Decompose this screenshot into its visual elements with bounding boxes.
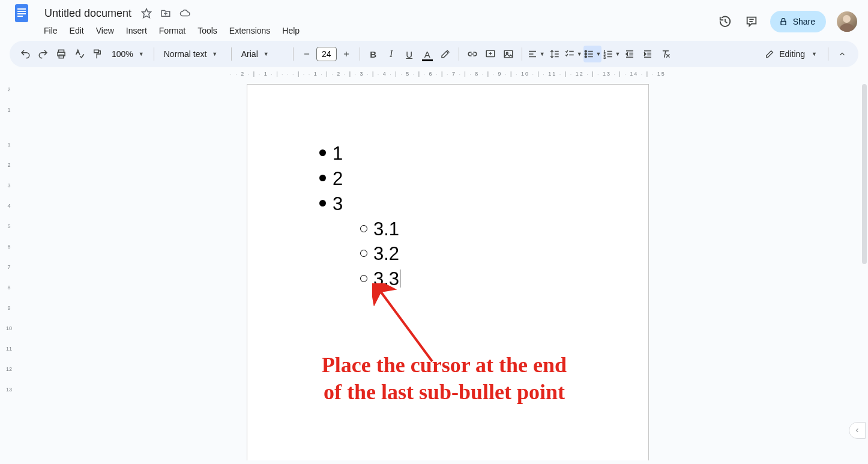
svg-rect-19 [504,50,513,58]
chevron-down-icon: ▼ [596,51,601,57]
history-icon[interactable] [717,14,733,29]
bulleted-list-button[interactable]: ▼ [583,46,601,62]
cloud-status-icon[interactable] [178,7,191,20]
editing-mode-button[interactable]: Editing ▼ [759,44,823,64]
add-comment-button[interactable] [482,46,499,62]
list-item[interactable]: 1 [319,141,592,166]
menu-tools[interactable]: Tools [192,23,223,38]
separator [828,47,828,61]
menu-edit[interactable]: Edit [64,23,89,38]
scrollbar[interactable] [862,84,867,264]
spellcheck-button[interactable] [71,46,88,62]
print-button[interactable] [53,46,70,62]
separator [360,47,360,61]
document-content[interactable]: 1 2 3 3.1 3.2 3.3 [304,141,592,292]
share-button[interactable]: Share [770,11,826,32]
show-side-panel-button[interactable] [849,422,866,439]
vertical-ruler: 2112345678910111213 [0,84,14,460]
font-value: Arial [241,49,258,59]
chevron-down-icon: ▼ [139,51,144,57]
font-select[interactable]: Arial▼ [237,46,288,62]
italic-button[interactable]: I [383,46,400,62]
redo-button[interactable] [35,46,52,62]
toolbar: 100%▼ Normal text▼ Arial▼ 24 B I U A ▼ ▼… [10,41,858,67]
line-spacing-button[interactable] [546,46,563,62]
increase-indent-button[interactable] [639,46,656,62]
numbered-list-button[interactable]: 123▼ [603,46,621,62]
zoom-value: 100% [112,49,133,59]
canvas[interactable]: 1 2 3 3.1 3.2 3.3 [34,82,862,460]
highlight-button[interactable] [437,46,454,62]
list-item-text: 3.3 [373,268,399,289]
decrease-font-button[interactable] [298,46,315,62]
comments-icon[interactable] [744,14,759,29]
docs-logo[interactable] [10,1,34,25]
menu-view[interactable]: View [91,23,119,38]
text-cursor [400,270,400,288]
svg-marker-5 [142,9,151,18]
checklist-button[interactable]: ▼ [564,46,582,62]
chevron-down-icon: ▼ [812,51,817,57]
svg-rect-8 [781,21,786,25]
account-avatar[interactable] [837,11,857,32]
insert-link-button[interactable] [464,46,481,62]
separator [522,47,522,61]
underline-button[interactable]: U [401,46,418,62]
page[interactable]: 1 2 3 3.1 3.2 3.3 [247,84,649,460]
share-label: Share [793,17,815,26]
paint-format-button[interactable] [89,46,106,62]
undo-button[interactable] [17,46,34,62]
star-icon[interactable] [140,7,153,20]
svg-rect-1 [17,8,26,10]
insert-image-button[interactable] [500,46,517,62]
svg-point-29 [585,50,586,52]
clear-formatting-button[interactable] [657,46,674,62]
list-item[interactable]: 3 3.1 3.2 3.3 [319,191,592,292]
align-button[interactable]: ▼ [527,46,545,62]
separator [231,47,232,61]
menu-help[interactable]: Help [277,23,305,38]
chevron-down-icon: ▼ [264,51,269,57]
list-item[interactable]: 3.1 [360,217,592,242]
list-item[interactable]: 2 [319,166,592,191]
decrease-indent-button[interactable] [621,46,638,62]
text-color-button[interactable]: A [419,46,436,62]
chevron-down-icon: ▼ [615,51,621,57]
svg-point-30 [585,53,586,55]
chevron-down-icon: ▼ [577,51,582,57]
list-item[interactable]: 3.3 [360,267,592,292]
collapse-toolbar-button[interactable] [833,45,851,63]
list-item-text: 3 [333,193,343,214]
menu-insert[interactable]: Insert [121,23,152,38]
svg-rect-4 [17,16,23,17]
font-size-input[interactable]: 24 [316,47,337,61]
svg-text:3: 3 [603,56,606,59]
increase-font-button[interactable] [338,46,355,62]
pencil-icon [765,49,774,59]
chevron-down-icon: ▼ [540,51,545,57]
bold-button[interactable]: B [365,46,382,62]
menu-file[interactable]: File [38,23,63,38]
separator [459,47,459,61]
separator [293,47,294,61]
svg-rect-2 [17,11,26,12]
menu-extensions[interactable]: Extensions [224,23,276,38]
style-value: Normal text [164,49,207,59]
menu-format[interactable]: Format [154,23,191,38]
svg-point-31 [585,56,586,58]
zoom-select[interactable]: 100%▼ [107,46,149,62]
style-select[interactable]: Normal text▼ [159,46,226,62]
list-item[interactable]: 3.2 [360,241,592,267]
document-title[interactable]: Untitled document [41,6,135,21]
svg-rect-12 [94,50,99,53]
move-icon[interactable] [159,7,172,20]
svg-rect-3 [17,13,26,14]
toolbar-wrap: 100%▼ Normal text▼ Arial▼ 24 B I U A ▼ ▼… [0,41,868,71]
horizontal-ruler: · · 2 · | · 1 · | · · · | · · 1 · | · 2 … [34,71,862,79]
chevron-down-icon: ▼ [212,51,217,57]
editing-mode-label: Editing [779,49,805,59]
lock-icon [779,17,788,26]
separator [154,47,154,61]
top-right-actions: Share [717,11,857,32]
